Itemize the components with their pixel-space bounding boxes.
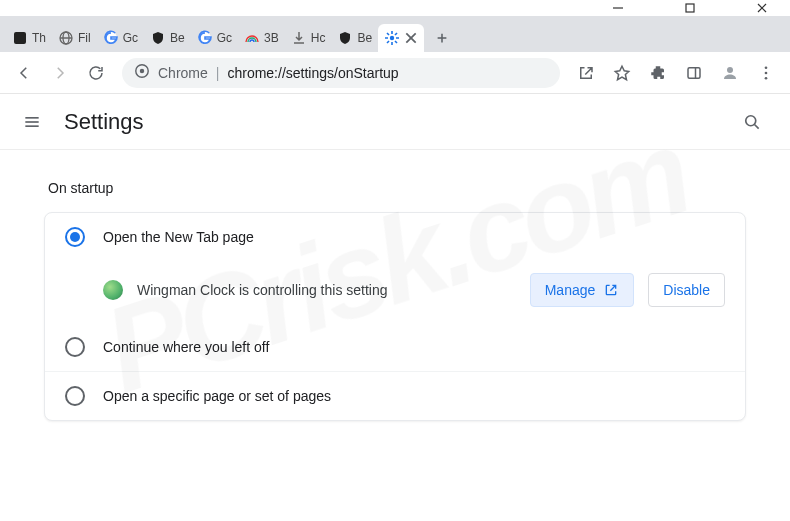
- tab-label: Be: [170, 31, 185, 45]
- bookmark-button[interactable]: [606, 57, 638, 89]
- browser-tab[interactable]: Hc: [285, 24, 332, 52]
- browser-tab[interactable]: 3B: [238, 24, 285, 52]
- shield-icon: [337, 30, 353, 46]
- svg-line-15: [387, 33, 389, 35]
- startup-option-new-tab[interactable]: Open the New Tab page: [45, 213, 745, 261]
- section-title: On startup: [48, 180, 746, 196]
- browser-tab[interactable]: Gc: [97, 24, 144, 52]
- svg-point-35: [746, 115, 756, 125]
- browser-tab[interactable]: Gc: [191, 24, 238, 52]
- tab-label: Be: [357, 31, 372, 45]
- browser-tab[interactable]: Be: [331, 24, 378, 52]
- browser-tab[interactable]: Fil: [52, 24, 97, 52]
- browser-tab[interactable]: Be: [144, 24, 191, 52]
- sidepanel-button[interactable]: [678, 57, 710, 89]
- forward-button[interactable]: [44, 57, 76, 89]
- back-button[interactable]: [8, 57, 40, 89]
- tab-label: 3B: [264, 31, 279, 45]
- extension-controlled-message: Wingman Clock is controlling this settin…: [137, 282, 516, 298]
- reload-button[interactable]: [80, 57, 112, 89]
- shield-icon: [150, 30, 166, 46]
- radio-selected-icon: [65, 227, 85, 247]
- manage-button[interactable]: Manage: [530, 273, 635, 307]
- settings-header: Settings: [0, 94, 790, 150]
- svg-marker-25: [615, 66, 629, 80]
- option-label: Continue where you left off: [103, 339, 269, 355]
- window-minimize-button[interactable]: [598, 0, 638, 16]
- download-icon: [291, 30, 307, 46]
- extension-controlled-row: Wingman Clock is controlling this settin…: [45, 261, 745, 323]
- browser-toolbar: Chrome | chrome://settings/onStartup: [0, 52, 790, 94]
- page-title: Settings: [64, 109, 144, 135]
- browser-tab-active[interactable]: [378, 24, 424, 52]
- window-titlebar: [0, 0, 790, 16]
- chrome-scheme-icon: [134, 63, 150, 82]
- disable-button-label: Disable: [663, 282, 710, 298]
- globe-icon: [58, 30, 74, 46]
- tab-label: Hc: [311, 31, 326, 45]
- svg-line-18: [395, 33, 397, 35]
- open-external-icon: [603, 282, 619, 298]
- address-bar[interactable]: Chrome | chrome://settings/onStartup: [122, 58, 560, 88]
- tab-label: Gc: [123, 31, 138, 45]
- tab-favicon-dark-square: [12, 30, 28, 46]
- svg-point-30: [765, 71, 768, 74]
- new-tab-button[interactable]: [428, 24, 456, 52]
- option-label: Open the New Tab page: [103, 229, 254, 245]
- tab-label: Fil: [78, 31, 91, 45]
- extension-icon: [103, 280, 123, 300]
- address-url: chrome://settings/onStartup: [227, 65, 398, 81]
- svg-point-31: [765, 76, 768, 79]
- window-maximize-button[interactable]: [670, 0, 710, 16]
- svg-point-10: [390, 36, 394, 40]
- google-g-icon: [197, 30, 213, 46]
- share-button[interactable]: [570, 57, 602, 89]
- svg-rect-4: [14, 32, 26, 44]
- profile-button[interactable]: [714, 57, 746, 89]
- svg-line-17: [387, 41, 389, 43]
- browser-tabstrip: Th Fil Gc Be Gc 3B Hc Be: [0, 16, 790, 52]
- settings-content: On startup Open the New Tab page Wingman…: [0, 150, 790, 445]
- disable-button[interactable]: Disable: [648, 273, 725, 307]
- svg-point-29: [765, 66, 768, 69]
- option-label: Open a specific page or set of pages: [103, 388, 331, 404]
- svg-line-16: [395, 41, 397, 43]
- manage-button-label: Manage: [545, 282, 596, 298]
- gear-icon: [384, 30, 400, 46]
- close-icon[interactable]: [404, 31, 418, 45]
- address-scheme-label: Chrome: [158, 65, 208, 81]
- chrome-menu-button[interactable]: [750, 57, 782, 89]
- menu-button[interactable]: [20, 110, 44, 134]
- svg-point-24: [140, 69, 144, 73]
- tab-label: Gc: [217, 31, 232, 45]
- browser-tab[interactable]: Th: [6, 24, 52, 52]
- google-g-icon: [103, 30, 119, 46]
- svg-rect-26: [688, 67, 700, 78]
- radio-icon: [65, 337, 85, 357]
- startup-option-continue[interactable]: Continue where you left off: [45, 323, 745, 371]
- svg-line-36: [755, 124, 759, 128]
- settings-search-button[interactable]: [734, 104, 770, 140]
- startup-option-specific-pages[interactable]: Open a specific page or set of pages: [45, 371, 745, 420]
- address-divider: |: [216, 65, 220, 81]
- extensions-button[interactable]: [642, 57, 674, 89]
- on-startup-card: Open the New Tab page Wingman Clock is c…: [44, 212, 746, 421]
- svg-rect-1: [686, 4, 694, 12]
- window-close-button[interactable]: [742, 0, 782, 16]
- tab-label: Th: [32, 31, 46, 45]
- radio-icon: [65, 386, 85, 406]
- svg-point-28: [727, 67, 733, 73]
- rainbow-icon: [244, 30, 260, 46]
